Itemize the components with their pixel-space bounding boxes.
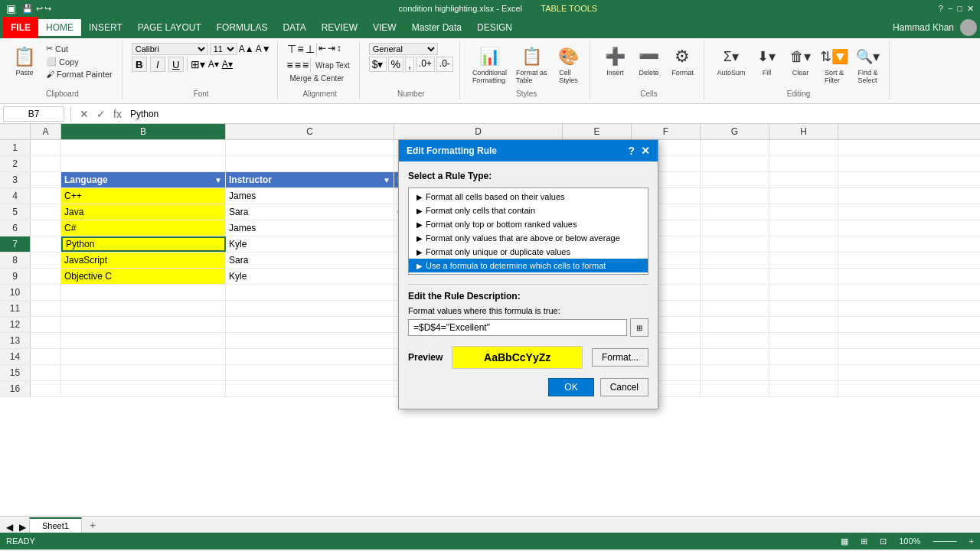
row-header-11[interactable]: 11 (0, 301, 31, 316)
clear-btn[interactable]: 🗑▾ Clear (785, 43, 815, 78)
cell-c2[interactable] (226, 156, 394, 171)
maximize-btn[interactable]: □ (957, 4, 962, 14)
cell-b7[interactable]: Python (61, 236, 226, 252)
cell-g10[interactable] (701, 285, 769, 300)
row-header-1[interactable]: 1 (0, 140, 31, 155)
decimal-increase-btn[interactable]: .0+ (416, 57, 435, 72)
scroll-right-btn[interactable]: ▶ (16, 522, 29, 533)
cell-b2[interactable] (61, 156, 226, 171)
indent-increase-btn[interactable]: ⇥ (328, 43, 335, 57)
insert-btn[interactable]: ➕ Insert (599, 43, 630, 78)
close-btn[interactable]: ✕ (967, 4, 974, 14)
delete-btn[interactable]: ➖ Delete (633, 43, 664, 78)
conditional-formatting-btn[interactable]: 📊 ConditionalFormatting (469, 43, 510, 86)
cell-h5[interactable] (769, 204, 838, 220)
underline-btn[interactable]: U (168, 57, 184, 72)
formula-input[interactable] (127, 107, 977, 121)
cell-b10[interactable] (61, 285, 226, 300)
autosum-btn[interactable]: Σ▾ AutoSum (714, 43, 748, 78)
cell-c6[interactable]: James (226, 220, 394, 236)
minimize-btn[interactable]: − (948, 4, 952, 14)
cell-a10[interactable] (31, 285, 61, 300)
sheet-view-page[interactable]: ⊞ (861, 536, 867, 546)
align-bottom-btn[interactable]: ⊥ (305, 43, 315, 57)
rule-type-item-5[interactable]: ▶ Format only unique or duplicate values (409, 245, 648, 259)
align-center-btn[interactable]: ≡ (295, 59, 301, 71)
cell-c9[interactable]: Kyle (226, 269, 394, 284)
number-format-select[interactable]: General (369, 43, 438, 55)
cell-c5[interactable]: Sara (226, 204, 394, 220)
row-header-10[interactable]: 10 (0, 285, 31, 300)
cell-g6[interactable] (701, 220, 769, 236)
menu-formulas[interactable]: FORMULAS (209, 19, 276, 36)
cell-g5[interactable] (701, 204, 769, 220)
font-name-select[interactable]: Calibri (132, 43, 208, 55)
cell-b8[interactable]: JavaScript (61, 253, 226, 268)
col-header-e[interactable]: E (563, 124, 632, 139)
borders-btn[interactable]: ⊞▾ (191, 58, 205, 70)
cell-b9[interactable]: Objective C (61, 269, 226, 284)
cell-a5[interactable] (31, 204, 61, 220)
cell-h1[interactable] (769, 140, 838, 155)
cell-b1[interactable] (61, 140, 226, 155)
cell-a3[interactable] (31, 172, 61, 187)
menu-page-layout[interactable]: PAGE LAYOUT (130, 19, 209, 36)
text-direction-btn[interactable]: ↕ (337, 43, 341, 57)
quick-access-undo[interactable]: ↩ (36, 4, 43, 14)
col-header-f[interactable]: F (632, 124, 701, 139)
formula-condition-input[interactable] (408, 319, 627, 336)
row-header-6[interactable]: 6 (0, 220, 31, 236)
menu-file[interactable]: FILE (3, 17, 38, 38)
cell-a6[interactable] (31, 220, 61, 236)
cell-a8[interactable] (31, 253, 61, 268)
cell-b3[interactable]: Language▼ (61, 172, 226, 187)
currency-btn[interactable]: $▾ (369, 57, 387, 72)
font-color-btn[interactable]: A▾ (222, 59, 233, 70)
row-header-14[interactable]: 14 (0, 349, 31, 364)
col-header-c[interactable]: C (226, 124, 394, 139)
fill-btn[interactable]: ⬇▾ Fill (751, 43, 782, 78)
cut-button[interactable]: ✂Cut (43, 43, 116, 54)
cell-h8[interactable] (769, 253, 838, 268)
row-header-7[interactable]: 7 (0, 236, 31, 252)
cell-a7[interactable] (31, 236, 61, 252)
cell-g4[interactable] (701, 188, 769, 204)
cell-h7[interactable] (769, 236, 838, 252)
align-left-btn[interactable]: ≡ (287, 59, 293, 71)
find-select-btn[interactable]: 🔍▾ Find &Select (852, 43, 883, 86)
formula-cancel-btn[interactable]: ✕ (77, 108, 91, 120)
cell-a4[interactable] (31, 188, 61, 204)
align-right-btn[interactable]: ≡ (302, 59, 309, 71)
cell-h2[interactable] (769, 156, 838, 171)
dialog-close-btn[interactable]: ✕ (641, 145, 650, 157)
cell-g8[interactable] (701, 253, 769, 268)
col-header-g[interactable]: G (701, 124, 769, 139)
row-header-3[interactable]: 3 (0, 172, 31, 187)
menu-design[interactable]: DESIGN (469, 19, 520, 36)
col-header-d[interactable]: D (394, 124, 563, 139)
ok-button[interactable]: OK (548, 378, 593, 396)
format-button[interactable]: Format... (592, 348, 648, 367)
cell-c7[interactable]: Kyle (226, 236, 394, 252)
name-box[interactable] (3, 106, 64, 122)
menu-view[interactable]: VIEW (365, 19, 404, 36)
cell-g2[interactable] (701, 156, 769, 171)
sheet-tab-sheet1[interactable]: Sheet1 (29, 517, 82, 533)
font-size-select[interactable]: 11 (210, 43, 237, 55)
cell-g3[interactable] (701, 172, 769, 187)
cell-a2[interactable] (31, 156, 61, 171)
filter-icon-c3[interactable]: ▼ (383, 176, 390, 184)
rule-type-item-3[interactable]: ▶ Format only top or bottom ranked value… (409, 217, 648, 231)
zoom-in-btn[interactable]: + (969, 536, 974, 546)
cell-c8[interactable]: Sara (226, 253, 394, 268)
wrap-text-btn[interactable]: Wrap Text (312, 60, 353, 70)
decrease-font-btn[interactable]: A▼ (256, 44, 271, 54)
cell-h3[interactable] (769, 172, 838, 187)
cell-g1[interactable] (701, 140, 769, 155)
rule-type-item-4[interactable]: ▶ Format only values that are above or b… (409, 231, 648, 245)
format-btn[interactable]: ⚙ Format (667, 43, 697, 78)
cell-b6[interactable]: C# (61, 220, 226, 236)
align-middle-btn[interactable]: ≡ (298, 43, 304, 57)
row-header-12[interactable]: 12 (0, 317, 31, 332)
merge-center-btn[interactable]: Merge & Center (287, 73, 353, 83)
